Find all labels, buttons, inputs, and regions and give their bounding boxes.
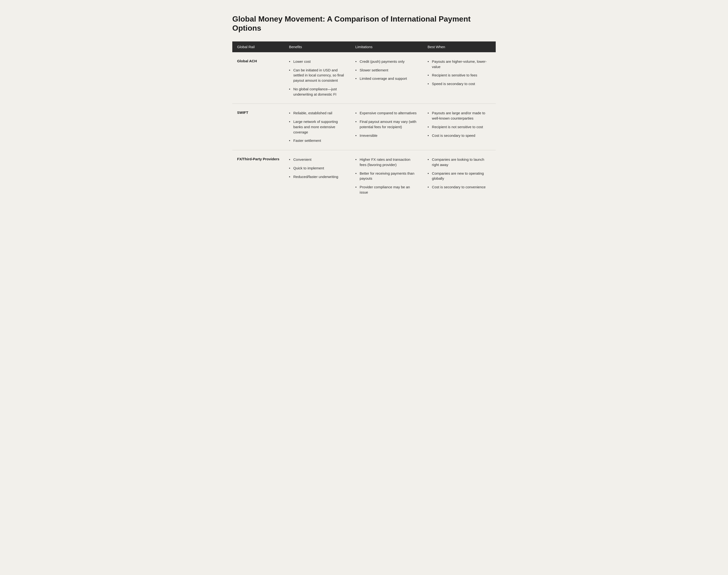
list-item: No global compliance—just underwriting a… [289, 87, 346, 97]
limitations-list: Credit (push) payments onlySlower settle… [355, 59, 418, 81]
limitations-list: Higher FX rates and transaction fees (fa… [355, 157, 418, 195]
rail-cell: Global ACH [232, 52, 284, 104]
list-item: Better for receiving payments than payou… [355, 171, 418, 181]
benefits-list: Lower costCan be initiated in USD and se… [289, 59, 346, 97]
list-item: Quick to implement [289, 166, 346, 171]
list-item: Credit (push) payments only [355, 59, 418, 64]
table-row: SWIFTReliable, established railLarge net… [232, 104, 496, 150]
best-when-cell: Payouts are large and/or made to well-kn… [423, 104, 496, 150]
header-benefits: Benefits [284, 41, 351, 52]
best-when-list: Payouts are higher-volume, lower-valueRe… [428, 59, 491, 87]
best-when-list: Payouts are large and/or made to well-kn… [428, 110, 491, 138]
list-item: Cost is secondary to speed [428, 133, 491, 138]
rail-cell: FX/Third-Party Providers [232, 150, 284, 202]
list-item: Higher FX rates and transaction fees (fa… [355, 157, 418, 167]
list-item: Reduced/faster underwriting [289, 174, 346, 179]
list-item: Limited coverage and support [355, 76, 418, 81]
list-item: Recipient is not sensitive to cost [428, 124, 491, 130]
rail-name: FX/Third-Party Providers [237, 157, 280, 161]
list-item: Large network of supporting banks and mo… [289, 119, 346, 135]
header-rail: Global Rail [232, 41, 284, 52]
rail-name: Global ACH [237, 59, 257, 63]
limitations-cell: Higher FX rates and transaction fees (fa… [351, 150, 423, 202]
limitations-cell: Credit (push) payments onlySlower settle… [351, 52, 423, 104]
list-item: Final payout amount may vary (with poten… [355, 119, 418, 130]
list-item: Cost is secondary to convenience [428, 184, 491, 190]
table-header-row: Global Rail Benefits Limitations Best Wh… [232, 41, 496, 52]
list-item: Can be initiated in USD and settled in l… [289, 68, 346, 83]
table-row: FX/Third-Party ProvidersConvenientQuick … [232, 150, 496, 202]
list-item: Faster settlement [289, 138, 346, 143]
rail-name: SWIFT [237, 110, 248, 114]
list-item: Expensive compared to alternatives [355, 110, 418, 116]
page-title: Global Money Movement: A Comparison of I… [232, 14, 496, 33]
list-item: Speed is secondary to cost [428, 81, 491, 87]
comparison-table: Global Rail Benefits Limitations Best Wh… [232, 41, 496, 202]
benefits-list: ConvenientQuick to implementReduced/fast… [289, 157, 346, 179]
list-item: Companies are looking to launch right aw… [428, 157, 491, 167]
rail-cell: SWIFT [232, 104, 284, 150]
header-limitations: Limitations [351, 41, 423, 52]
table-row: Global ACHLower costCan be initiated in … [232, 52, 496, 104]
best-when-list: Companies are looking to launch right aw… [428, 157, 491, 190]
best-when-cell: Companies are looking to launch right aw… [423, 150, 496, 202]
page-container: Global Money Movement: A Comparison of I… [232, 14, 496, 202]
list-item: Recipient is sensitive to fees [428, 73, 491, 78]
list-item: Reliable, established rail [289, 110, 346, 116]
list-item: Slower settlement [355, 68, 418, 73]
limitations-cell: Expensive compared to alternativesFinal … [351, 104, 423, 150]
list-item: Convenient [289, 157, 346, 162]
best-when-cell: Payouts are higher-volume, lower-valueRe… [423, 52, 496, 104]
limitations-list: Expensive compared to alternativesFinal … [355, 110, 418, 138]
list-item: Payouts are large and/or made to well-kn… [428, 110, 491, 121]
list-item: Lower cost [289, 59, 346, 64]
benefits-cell: Lower costCan be initiated in USD and se… [284, 52, 351, 104]
list-item: Irreversible [355, 133, 418, 138]
benefits-list: Reliable, established railLarge network … [289, 110, 346, 143]
benefits-cell: ConvenientQuick to implementReduced/fast… [284, 150, 351, 202]
list-item: Companies are new to operating globally [428, 171, 491, 181]
list-item: Provider compliance may be an issue [355, 184, 418, 195]
list-item: Payouts are higher-volume, lower-value [428, 59, 491, 69]
header-best-when: Best When [423, 41, 496, 52]
benefits-cell: Reliable, established railLarge network … [284, 104, 351, 150]
